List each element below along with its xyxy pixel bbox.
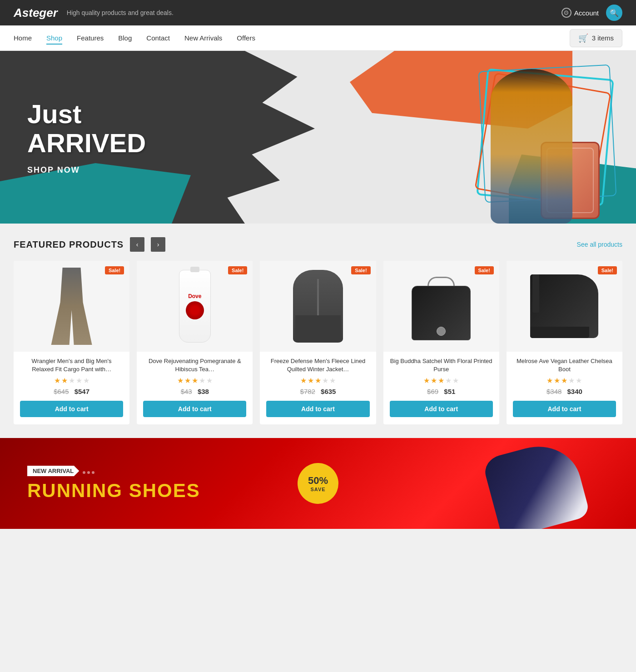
cart-icon: 🛒: [578, 33, 588, 43]
product-price: $348 $340: [513, 388, 616, 395]
price-old: $43: [181, 388, 192, 395]
product-image-area[interactable]: Sale!: [507, 261, 622, 352]
star-4: ★: [322, 376, 328, 385]
nav-contact-link[interactable]: Contact: [146, 34, 170, 42]
star-3: ★: [192, 376, 198, 385]
nav-blog-link[interactable]: Blog: [118, 34, 132, 42]
hero-cta-text[interactable]: SHOP NOW: [27, 165, 146, 175]
featured-title-row: FEATURED PRODUCTS ‹ ›: [14, 237, 165, 252]
add-to-cart-button[interactable]: Add to cart: [266, 401, 369, 417]
star-5: ★: [206, 376, 213, 385]
product-price: $69 $51: [390, 388, 493, 395]
product-info: Dove Rejuvenating Pomegranate & Hibiscus…: [137, 352, 253, 395]
product-image-area[interactable]: Sale!: [14, 261, 129, 352]
price-new: $51: [444, 388, 455, 395]
logo[interactable]: Asteger: [14, 6, 58, 20]
star-1: ★: [54, 376, 60, 385]
dot: [92, 471, 94, 474]
product-info: Freeze Defense Men's Fleece Lined Quilte…: [260, 352, 376, 395]
nav-new-arrivals-link[interactable]: New Arrivals: [184, 34, 222, 42]
product-info: Melrose Ave Vegan Leather Chelsea Boot ★…: [507, 352, 622, 395]
cart-count: 3 items: [592, 34, 614, 42]
product-image-bottle: Dove: [179, 270, 211, 343]
search-icon: 🔍: [610, 9, 619, 17]
account-button[interactable]: ⚙ Account: [561, 8, 599, 18]
nav-home[interactable]: Home: [14, 34, 32, 42]
product-stars: ★ ★ ★ ★ ★: [143, 376, 246, 385]
nav-features[interactable]: Features: [77, 34, 104, 42]
star-2: ★: [61, 376, 68, 385]
star-4: ★: [199, 376, 205, 385]
product-name: Freeze Defense Men's Fleece Lined Quilte…: [266, 357, 369, 373]
product-name: Wrangler Men's and Big Men's Relaxed Fit…: [20, 357, 123, 373]
sale-badge: Sale!: [475, 266, 494, 274]
price-old: $348: [547, 388, 561, 395]
star-3: ★: [69, 376, 75, 385]
nav-offers-link[interactable]: Offers: [237, 34, 255, 42]
add-to-cart-button[interactable]: Add to cart: [513, 401, 616, 417]
prev-arrow-button[interactable]: ‹: [130, 237, 144, 252]
save-circle: 50% SAVE: [298, 463, 338, 504]
nav-contact[interactable]: Contact: [146, 34, 170, 42]
add-to-cart-button[interactable]: Add to cart: [143, 401, 246, 417]
star-5: ★: [452, 376, 459, 385]
price-new: $547: [75, 388, 89, 395]
product-card: Sale! Dove Dove Rejuvenating Pomegranate…: [137, 261, 253, 424]
nav-shop[interactable]: Shop: [46, 34, 62, 42]
nav-links: Home Shop Features Blog Contact New Arri…: [14, 34, 255, 42]
price-new: $635: [321, 388, 336, 395]
star-4: ★: [76, 376, 82, 385]
star-4: ★: [568, 376, 575, 385]
nav-new-arrivals[interactable]: New Arrivals: [184, 34, 222, 42]
sale-badge: Sale!: [598, 266, 617, 274]
search-button[interactable]: 🔍: [606, 5, 622, 21]
navbar: Home Shop Features Blog Contact New Arri…: [0, 25, 636, 51]
account-icon: ⚙: [561, 8, 571, 18]
star-3: ★: [561, 376, 567, 385]
product-card: Sale! Wrangler Men's and Big Men's Relax…: [14, 261, 129, 424]
save-percent: 50%: [308, 475, 328, 487]
product-stars: ★ ★ ★ ★ ★: [266, 376, 369, 385]
dots: [83, 471, 94, 474]
star-1: ★: [177, 376, 184, 385]
new-arrival-row: NEW ARRIVAL: [27, 466, 200, 480]
price-old: $645: [54, 388, 69, 395]
product-image-area[interactable]: Sale! Dove: [137, 261, 253, 352]
featured-title: FEATURED PRODUCTS: [14, 239, 124, 250]
star-5: ★: [329, 376, 336, 385]
nav-blog[interactable]: Blog: [118, 34, 132, 42]
nav-offers[interactable]: Offers: [237, 34, 255, 42]
star-3: ★: [315, 376, 321, 385]
product-info: Big Buddha Satchel With Floral Printed P…: [383, 352, 499, 395]
featured-section: FEATURED PRODUCTS ‹ › See all products S…: [0, 224, 636, 433]
star-5: ★: [83, 376, 89, 385]
product-image-jacket: [291, 268, 345, 345]
nav-home-link[interactable]: Home: [14, 34, 32, 42]
next-arrow-button[interactable]: ›: [151, 237, 165, 252]
products-grid: Sale! Wrangler Men's and Big Men's Relax…: [14, 261, 622, 424]
product-price: $782 $635: [266, 388, 369, 395]
product-card: Sale! Freeze Defense Men's Fleece Lined …: [260, 261, 376, 424]
add-to-cart-button[interactable]: Add to cart: [390, 401, 493, 417]
product-image-boot: [528, 268, 601, 345]
product-price: $43 $38: [143, 388, 246, 395]
product-image-area[interactable]: Sale!: [260, 261, 376, 352]
cart-button[interactable]: 🛒 3 items: [570, 29, 622, 47]
header: Asteger High quality products and great …: [0, 0, 636, 25]
add-to-cart-button[interactable]: Add to cart: [20, 401, 123, 417]
hero-title: Just ARRIVED: [27, 100, 146, 158]
nav-shop-link[interactable]: Shop: [46, 34, 62, 45]
star-1: ★: [300, 376, 307, 385]
sale-badge: Sale!: [228, 266, 247, 274]
product-image-area[interactable]: Sale!: [383, 261, 499, 352]
price-new: $340: [567, 388, 582, 395]
product-name: Big Buddha Satchel With Floral Printed P…: [390, 357, 493, 373]
star-1: ★: [423, 376, 430, 385]
product-image-pants: [49, 268, 94, 345]
see-all-link[interactable]: See all products: [577, 241, 622, 248]
product-stars: ★ ★ ★ ★ ★: [390, 376, 493, 385]
product-stars: ★ ★ ★ ★ ★: [20, 376, 123, 385]
product-name: Dove Rejuvenating Pomegranate & Hibiscus…: [143, 357, 246, 373]
nav-features-link[interactable]: Features: [77, 34, 104, 42]
banner-running-title: RUNNING SHOES: [27, 480, 200, 502]
